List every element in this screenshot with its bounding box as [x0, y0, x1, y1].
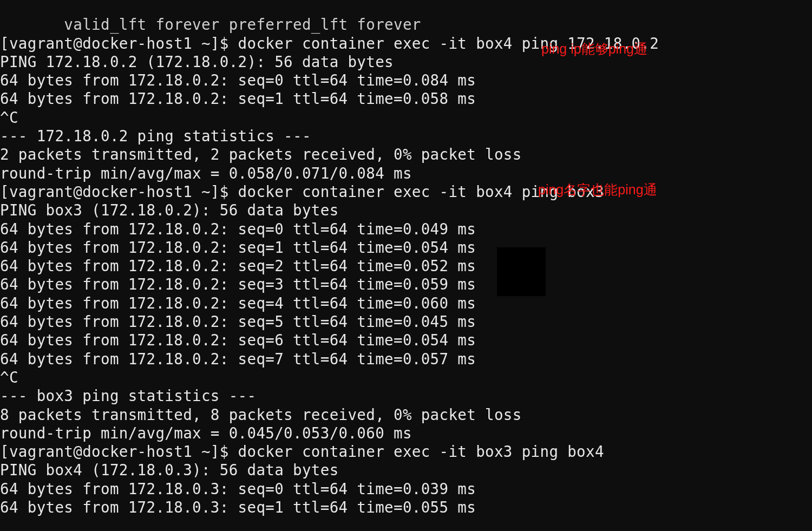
terminal-line: 64 bytes from 172.18.0.2: seq=0 ttl=64 t… — [0, 220, 476, 238]
annotation-ping-name: ping名字也能ping通 — [538, 181, 657, 199]
terminal-line: ^C — [0, 369, 18, 386]
terminal-line: round-trip min/avg/max = 0.058/0.071/0.0… — [0, 165, 412, 182]
terminal-line: PING box3 (172.18.0.2): 56 data bytes — [0, 201, 339, 219]
terminal-line: 64 bytes from 172.18.0.2: seq=3 ttl=64 t… — [0, 276, 476, 293]
terminal-line: 64 bytes from 172.18.0.2: seq=6 ttl=64 t… — [0, 331, 476, 349]
terminal-line: 64 bytes from 172.18.0.2: seq=2 ttl=64 t… — [0, 257, 476, 274]
terminal-line: 64 bytes from 172.18.0.3: seq=0 ttl=64 t… — [0, 480, 476, 497]
terminal-output: valid_lft forever preferred_lft forever … — [0, 0, 659, 516]
terminal-line: [vagrant@docker-host1 ~]$ docker contain… — [0, 183, 604, 200]
terminal-line: 8 packets transmitted, 8 packets receive… — [0, 406, 522, 423]
terminal-line: round-trip min/avg/max = 0.045/0.053/0.0… — [0, 424, 412, 442]
terminal-line: --- box3 ping statistics --- — [0, 387, 256, 404]
terminal-line: ^C — [0, 109, 18, 126]
terminal-line: valid_lft forever preferred_lft forever — [0, 16, 421, 33]
overlay-black-box — [497, 247, 546, 296]
terminal-line: PING box4 (172.18.0.3): 56 data bytes — [0, 461, 339, 478]
terminal-line: PING 172.18.0.2 (172.18.0.2): 56 data by… — [0, 53, 394, 70]
terminal-line: 64 bytes from 172.18.0.2: seq=1 ttl=64 t… — [0, 90, 476, 107]
terminal-line: 64 bytes from 172.18.0.3: seq=1 ttl=64 t… — [0, 499, 476, 516]
terminal-line: 64 bytes from 172.18.0.2: seq=1 ttl=64 t… — [0, 239, 476, 256]
terminal-line: 2 packets transmitted, 2 packets receive… — [0, 146, 522, 163]
terminal-line: 64 bytes from 172.18.0.2: seq=4 ttl=64 t… — [0, 294, 476, 312]
terminal-line: --- 172.18.0.2 ping statistics --- — [0, 127, 311, 145]
terminal-line: 64 bytes from 172.18.0.2: seq=7 ttl=64 t… — [0, 350, 476, 368]
annotation-ping-ip: ping ip能够ping通 — [541, 40, 647, 58]
terminal-window[interactable]: valid_lft forever preferred_lft forever … — [0, 0, 812, 531]
terminal-line: [vagrant@docker-host1 ~]$ docker contain… — [0, 443, 604, 460]
terminal-line: 64 bytes from 172.18.0.2: seq=5 ttl=64 t… — [0, 313, 476, 330]
terminal-line: 64 bytes from 172.18.0.2: seq=0 ttl=64 t… — [0, 71, 476, 89]
